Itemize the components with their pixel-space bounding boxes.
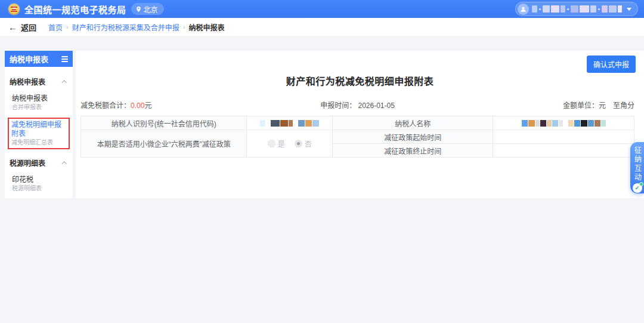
item-title: 纳税申报表 <box>12 94 68 103</box>
sidebar-section-tax-source[interactable]: 税源明细表 <box>10 158 68 168</box>
header-left: 全国统一规范电子税务局 北京 <box>8 3 164 16</box>
app-header: 全国统一规范电子税务局 北京 <box>0 0 644 18</box>
item-title: 减免税明细申报附表 <box>11 121 67 139</box>
breadcrumb-bar: ← 返回 首页 › 财产和行为税税源采集及合并申报 › 纳税申报表 <box>0 18 644 36</box>
back-button[interactable]: ← 返回 <box>8 21 36 33</box>
item-subtitle: 税源明细表 <box>12 184 68 192</box>
breadcrumb-home[interactable]: 首页 <box>48 22 63 32</box>
policy-start-value <box>493 130 634 144</box>
confirm-declare-button[interactable]: 确认式申报 <box>587 56 636 73</box>
reduction-total-label: 减免税额合计： <box>80 101 131 110</box>
location-pin-icon <box>135 6 142 13</box>
table-row: 纳税人识别号(统一社会信用代码) 纳税人名称 <box>81 116 634 130</box>
breadcrumb-separator: › <box>183 23 185 30</box>
tax-bureau-logo-icon <box>8 4 20 15</box>
item-subtitle: 减免明细汇总表 <box>11 139 67 146</box>
sidebar: 纳税申报表 纳税申报表 纳税申报表 合并申报表 减免税明细申报附表 减免明细汇总… <box>5 51 73 198</box>
policy-question-label: 本期是否适用小微企业“六税两费”减征政策 <box>81 130 247 158</box>
redacted-username <box>532 5 622 13</box>
taxpayer-name-value-redacted <box>493 116 634 130</box>
radio-icon-yes <box>268 140 275 147</box>
radio-icon-no-selected <box>295 140 302 147</box>
taxpayer-id-label: 纳税人识别号(统一社会信用代码) <box>81 116 247 130</box>
policy-radio-group: 是 否 <box>268 139 312 149</box>
chevron-down-icon <box>627 8 631 11</box>
policy-end-label: 减征政策终止时间 <box>333 144 493 158</box>
breadcrumb-collection[interactable]: 财产和行为税税源采集及合并申报 <box>72 22 179 32</box>
amount-unit-note: 金额单位：元 至角分 <box>450 100 634 110</box>
breadcrumb: 首页 › 财产和行为税税源采集及合并申报 › 纳税申报表 <box>48 22 224 32</box>
annotation-highlight-box: 减免税明细申报附表 减免明细汇总表 <box>8 118 70 149</box>
user-account-pill[interactable] <box>515 2 638 16</box>
tax-interaction-float-tab[interactable]: 征纳互动 ✔ <box>630 142 644 193</box>
interaction-check-icon: ✔ <box>633 183 642 193</box>
radio-option-no[interactable]: 否 <box>295 139 312 149</box>
breadcrumb-current: 纳税申报表 <box>188 22 224 32</box>
sidebar-header: 纳税申报表 <box>5 51 73 67</box>
chevron-up-icon <box>61 161 66 166</box>
back-arrow-icon: ← <box>8 23 17 32</box>
declare-time: 申报时间： 2026-01-05 <box>265 100 450 110</box>
radio-label-no: 否 <box>305 139 312 149</box>
location-badge-label: 北京 <box>144 4 158 14</box>
chevron-up-icon <box>61 80 66 85</box>
sidebar-item-reduction-detail-annex[interactable]: 减免税明细申报附表 减免明细汇总表 <box>9 121 67 146</box>
breadcrumb-separator: › <box>66 23 69 30</box>
back-label: 返回 <box>21 21 36 33</box>
sidebar-title: 纳税申报表 <box>10 53 48 64</box>
declaration-table: 纳税人识别号(统一社会信用代码) 纳税人名称 <box>80 116 634 158</box>
taxpayer-id-value-redacted <box>247 116 333 130</box>
reduction-total-amount: 0.00 <box>131 101 144 110</box>
section-title: 纳税申报表 <box>10 76 45 87</box>
radio-option-yes[interactable]: 是 <box>268 139 285 149</box>
content-area: 纳税申报表 纳税申报表 纳税申报表 合并申报表 减免税明细申报附表 减免明细汇总… <box>5 51 644 198</box>
main-panel: 确认式申报 财产和行为税减免税明细申报附表 减免税额合计：0.00元 申报时间：… <box>76 51 644 198</box>
user-avatar-icon <box>518 4 529 15</box>
taxpayer-name-label: 纳税人名称 <box>333 116 493 130</box>
table-row: 本期是否适用小微企业“六税两费”减征政策 是 否 <box>81 130 634 144</box>
info-row: 减免税额合计：0.00元 申报时间： 2026-01-05 金额单位：元 至角分 <box>80 100 634 110</box>
declare-time-label: 申报时间： <box>320 101 356 110</box>
location-badge[interactable]: 北京 <box>131 3 164 15</box>
page: 全国统一规范电子税务局 北京 ← 返回 首页 › <box>0 0 644 323</box>
section-title: 税源明细表 <box>10 158 45 168</box>
reduction-total-unit: 元 <box>144 101 151 110</box>
item-subtitle: 合并申报表 <box>12 103 68 111</box>
sidebar-section-tax-returns[interactable]: 纳税申报表 <box>10 76 68 87</box>
reduction-total: 减免税额合计：0.00元 <box>80 100 265 110</box>
app-title: 全国统一规范电子税务局 <box>24 3 126 16</box>
sidebar-collapse-icon[interactable] <box>61 56 68 62</box>
policy-radio-cell: 是 否 <box>247 130 333 158</box>
declare-time-value: 2026-01-05 <box>358 101 394 110</box>
policy-end-value <box>493 144 634 158</box>
sidebar-body: 纳税申报表 纳税申报表 合并申报表 减免税明细申报附表 减免明细汇总表 税源明细… <box>5 67 73 192</box>
page-title: 财产和行为税减免税明细申报附表 <box>76 73 644 88</box>
radio-label-yes: 是 <box>278 139 285 149</box>
sidebar-item-tax-return[interactable]: 纳税申报表 合并申报表 <box>10 94 68 111</box>
float-tab-label: 征纳互动 <box>634 146 641 182</box>
sidebar-item-stamp-tax[interactable]: 印花税 税源明细表 <box>10 176 68 192</box>
policy-start-label: 减征政策起始时间 <box>333 130 493 144</box>
item-title: 印花税 <box>12 176 68 184</box>
